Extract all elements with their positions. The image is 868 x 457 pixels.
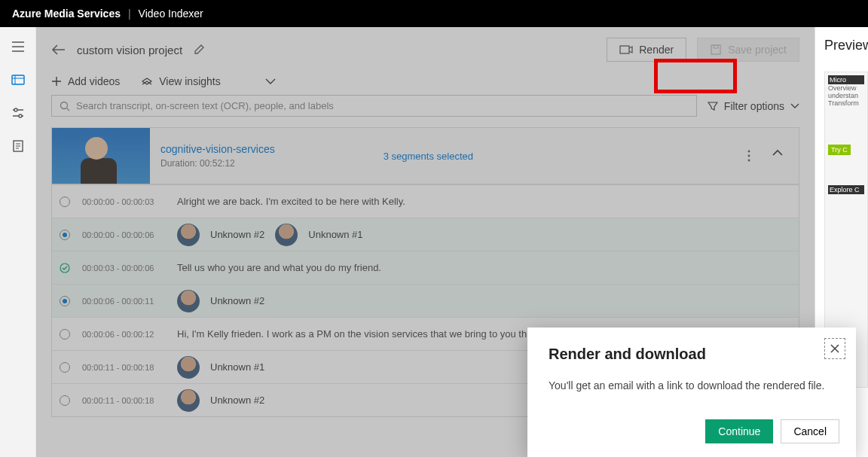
- menu-icon[interactable]: [11, 39, 26, 54]
- filter-options-button[interactable]: Filter options: [708, 100, 799, 112]
- segment-content: Unknown #2: [177, 389, 264, 412]
- search-input[interactable]: Search transcript, on-screen text (OCR),…: [51, 95, 697, 117]
- video-meta: cognitive-vision-services Duration: 00:5…: [150, 136, 286, 176]
- segment-radio[interactable]: [60, 362, 70, 373]
- close-icon: [830, 343, 840, 354]
- add-videos-label: Add videos: [68, 75, 120, 87]
- brand-divider: |: [128, 8, 131, 20]
- video-name[interactable]: cognitive-vision-services: [160, 143, 275, 155]
- segment-content: Hi, I'm Kelly frieden. I work as a PM on…: [177, 328, 530, 340]
- chevron-down-icon: [264, 78, 277, 85]
- speaker-name: Unknown #1: [210, 361, 264, 373]
- chevron-up-icon[interactable]: [772, 149, 784, 157]
- segment-time-range: 00:00:11 - 00:00:18: [82, 396, 165, 405]
- segment-time-range: 00:00:03 - 00:00:06: [82, 264, 165, 273]
- speaker-name: Unknown #1: [308, 229, 362, 240]
- more-icon[interactable]: [747, 149, 750, 163]
- insights-icon: [141, 76, 153, 87]
- preview-line: Transform: [828, 99, 864, 107]
- segment-radio[interactable]: [60, 230, 70, 240]
- render-download-modal: Render and download You'll get an email …: [527, 328, 856, 457]
- modal-actions: Continue Cancel: [705, 419, 839, 443]
- speaker-name: Unknown #2: [210, 395, 264, 406]
- left-rail: [0, 27, 36, 457]
- view-insights-label: View insights: [159, 75, 220, 87]
- segment-row[interactable]: 00:00:00 - 00:00:03Alright we are back. …: [52, 184, 799, 218]
- segment-row[interactable]: 00:00:00 - 00:00:06Unknown #2Unknown #1: [52, 218, 799, 251]
- preview-line: Micro: [828, 75, 864, 84]
- segment-content: Alright we are back. I'm excited to be h…: [177, 196, 405, 207]
- segment-radio[interactable]: [60, 263, 70, 273]
- svg-point-10: [748, 160, 750, 162]
- app-header: Azure Media Services | Video Indexer: [0, 0, 868, 27]
- svg-point-7: [61, 102, 68, 108]
- modal-title: Render and download: [549, 346, 835, 363]
- segments-selected-label: 3 segments selected: [384, 151, 473, 162]
- check-icon: [60, 263, 70, 273]
- segment-radio[interactable]: [60, 197, 70, 207]
- video-header: cognitive-vision-services Duration: 00:5…: [51, 127, 799, 184]
- video-duration: Duration: 00:52:12: [160, 158, 275, 169]
- filter-options-label: Filter options: [724, 100, 784, 112]
- add-videos-button[interactable]: Add videos: [51, 75, 120, 87]
- plus-icon: [51, 76, 62, 87]
- segment-radio[interactable]: [60, 395, 70, 406]
- segment-time-range: 00:00:11 - 00:00:18: [82, 363, 165, 372]
- preview-title: Preview: [824, 38, 868, 53]
- segment-row[interactable]: 00:00:06 - 00:00:11Unknown #2: [52, 284, 799, 317]
- chevron-down-icon: [790, 103, 799, 109]
- render-button[interactable]: Render: [607, 38, 686, 62]
- preview-line: Explore C: [828, 185, 864, 194]
- filter-icon: [708, 101, 718, 111]
- transcript-text: Tell us who you are and what you do my f…: [177, 262, 381, 273]
- face-thumbnail[interactable]: [177, 290, 200, 312]
- face-thumbnail[interactable]: [275, 224, 298, 246]
- search-icon: [60, 101, 70, 111]
- face-thumbnail[interactable]: [177, 224, 200, 246]
- video-header-actions: [747, 149, 799, 163]
- preview-line: Overview: [828, 84, 864, 92]
- face-thumbnail[interactable]: [177, 389, 200, 412]
- save-project-button[interactable]: Save project: [697, 38, 799, 62]
- render-button-label: Render: [639, 44, 674, 56]
- video-thumbnail[interactable]: [52, 128, 150, 184]
- project-title: custom vision project: [77, 44, 182, 56]
- segment-radio[interactable]: [60, 296, 70, 306]
- segment-radio[interactable]: [60, 329, 70, 340]
- video-library-icon[interactable]: [11, 72, 26, 87]
- face-thumbnail[interactable]: [177, 356, 200, 379]
- back-arrow-icon[interactable]: [51, 44, 66, 56]
- svg-point-1: [14, 108, 17, 111]
- product-name: Video Indexer: [139, 8, 203, 20]
- segment-time-range: 00:00:00 - 00:00:06: [82, 230, 165, 239]
- segment-content: Unknown #1: [177, 356, 264, 379]
- title-actions: Render Save project: [607, 38, 799, 62]
- transcript-text: Hi, I'm Kelly frieden. I work as a PM on…: [177, 328, 530, 340]
- document-icon[interactable]: [11, 139, 26, 154]
- save-project-label: Save project: [728, 44, 787, 56]
- settings-sliders-icon[interactable]: [11, 105, 26, 120]
- save-icon: [710, 44, 722, 56]
- svg-rect-0: [12, 75, 24, 84]
- segment-content: Unknown #2Unknown #1: [177, 224, 363, 246]
- segment-row[interactable]: 00:00:03 - 00:00:06Tell us who you are a…: [52, 251, 799, 284]
- svg-point-9: [748, 155, 750, 157]
- svg-rect-5: [711, 45, 720, 54]
- modal-close-button[interactable]: [824, 338, 845, 359]
- speaker-name: Unknown #2: [210, 229, 264, 240]
- preview-try-button[interactable]: Try C: [828, 145, 851, 155]
- segment-time-range: 00:00:00 - 00:00:03: [82, 197, 165, 206]
- view-insights-button[interactable]: View insights: [141, 75, 220, 87]
- transcript-text: Alright we are back. I'm excited to be h…: [177, 196, 405, 207]
- segment-content: Unknown #2: [177, 290, 264, 312]
- brand-name: Azure Media Services: [12, 8, 121, 20]
- search-row: Search transcript, on-screen text (OCR),…: [36, 95, 815, 127]
- toolbar-chevron[interactable]: [264, 78, 277, 85]
- title-row: custom vision project Render Save projec…: [36, 27, 815, 71]
- edit-icon[interactable]: [193, 44, 205, 56]
- speaker-name: Unknown #2: [210, 295, 264, 306]
- svg-point-8: [748, 151, 750, 153]
- segment-time-range: 00:00:06 - 00:00:12: [82, 330, 165, 339]
- continue-button[interactable]: Continue: [705, 419, 773, 443]
- cancel-button[interactable]: Cancel: [781, 419, 839, 443]
